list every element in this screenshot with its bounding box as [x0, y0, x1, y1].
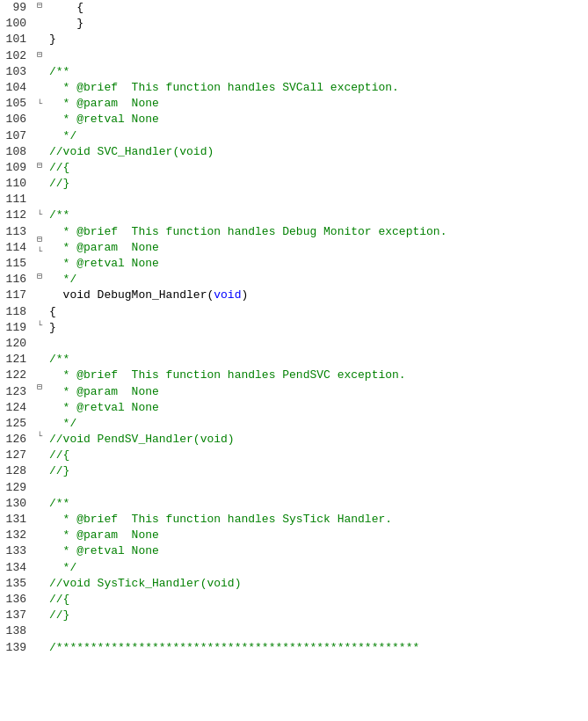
- code-line: * @brief This function handles SysTick H…: [49, 512, 588, 528]
- code-line: */: [49, 416, 588, 432]
- code-line: }: [49, 320, 588, 336]
- fold-icon[interactable]: ⊟: [33, 234, 46, 246]
- code-line: //void PendSV_Handler(void): [49, 432, 588, 448]
- line-number: 132: [4, 528, 30, 543]
- code-line: * @param None: [49, 528, 588, 543]
- code-line: //}: [49, 608, 588, 623]
- line-number: 129: [4, 480, 30, 496]
- line-number: 112: [4, 208, 30, 223]
- code-line: [49, 192, 588, 208]
- fold-icon: [33, 123, 46, 135]
- code-line: * @retval None: [49, 256, 588, 272]
- line-number: 135: [4, 576, 30, 592]
- fold-icon: [33, 406, 46, 419]
- code-line: * @param None: [49, 240, 588, 256]
- code-line: //}: [49, 176, 588, 192]
- fold-icon[interactable]: └: [33, 246, 46, 259]
- code-line: */: [49, 272, 588, 288]
- line-number: 102: [4, 48, 30, 64]
- fold-icon[interactable]: └: [33, 320, 46, 332]
- code-line: [49, 480, 588, 496]
- code-editor: 9910010110210310410510610710810911011111…: [0, 0, 588, 721]
- line-number: 123: [4, 384, 30, 400]
- fold-icon[interactable]: ⊟: [33, 49, 46, 62]
- fold-icon: [33, 111, 46, 123]
- fold-icon: [33, 12, 46, 25]
- code-line: /**: [49, 208, 588, 223]
- code-line: {: [49, 0, 588, 16]
- fold-icon: [33, 419, 46, 431]
- code-line: //{: [49, 448, 588, 463]
- code-line: /**: [49, 352, 588, 368]
- fold-icon[interactable]: └: [33, 209, 46, 222]
- line-number: 114: [4, 240, 30, 256]
- code-line: //{: [49, 160, 588, 176]
- code-line: * @brief This function handles Debug Mon…: [49, 224, 588, 240]
- line-number: 99: [4, 0, 30, 16]
- fold-icon: [33, 185, 46, 197]
- line-number: 111: [4, 192, 30, 208]
- line-number: 108: [4, 144, 30, 160]
- fold-icon: [33, 480, 46, 492]
- fold-icon: [33, 197, 46, 209]
- fold-icon: [33, 295, 46, 308]
- line-number: 138: [4, 623, 30, 639]
- fold-icon: [33, 148, 46, 160]
- code-line: */: [49, 560, 588, 576]
- code-line: }: [49, 16, 588, 32]
- line-number: 119: [4, 320, 30, 336]
- fold-icon: [33, 135, 46, 148]
- fold-icon[interactable]: ⊟: [33, 382, 46, 394]
- code-line: */: [49, 128, 588, 144]
- fold-icon: [33, 357, 46, 369]
- fold-icon[interactable]: ⊟: [33, 160, 46, 172]
- code-line: /**: [49, 64, 588, 80]
- fold-icon: [33, 37, 46, 49]
- line-number: 128: [4, 463, 30, 479]
- fold-icon: [33, 492, 46, 505]
- fold-icon: [33, 345, 46, 357]
- fold-icon: [33, 308, 46, 320]
- line-number: 133: [4, 543, 30, 559]
- line-number: 106: [4, 112, 30, 127]
- line-number: 122: [4, 368, 30, 383]
- fold-icon: [33, 74, 46, 86]
- code-line: [49, 336, 588, 352]
- line-number: 124: [4, 400, 30, 416]
- line-number: 139: [4, 640, 30, 656]
- fold-icons-col: ⊟ ⊟ └ ⊟ └ ⊟└ ⊟ └ ⊟ └: [33, 0, 46, 721]
- fold-icon[interactable]: └: [33, 98, 46, 111]
- fold-icon: [33, 369, 46, 382]
- fold-icon[interactable]: ⊟: [33, 271, 46, 283]
- line-number: 120: [4, 336, 30, 352]
- code-line: [49, 48, 588, 64]
- fold-icon: [33, 394, 46, 406]
- line-number: 103: [4, 64, 30, 80]
- fold-icon[interactable]: └: [33, 431, 46, 443]
- code-line: * @param None: [49, 96, 588, 112]
- fold-icon: [33, 25, 46, 37]
- line-number: 125: [4, 416, 30, 432]
- code-line: {: [49, 304, 588, 320]
- code-line: /**: [49, 496, 588, 512]
- code-line: * @param None: [49, 384, 588, 400]
- line-number: 113: [4, 224, 30, 240]
- line-number: 127: [4, 448, 30, 463]
- code-content: { }} /** * @brief This function handles …: [46, 0, 588, 721]
- code-line: * @retval None: [49, 400, 588, 416]
- line-number: 121: [4, 352, 30, 368]
- line-number: 118: [4, 304, 30, 320]
- fold-icon: [33, 332, 46, 345]
- line-number: 109: [4, 160, 30, 176]
- line-number: 131: [4, 512, 30, 528]
- fold-icon: [33, 443, 46, 455]
- code-line: * @brief This function handles SVCall ex…: [49, 80, 588, 96]
- fold-icon: [33, 455, 46, 468]
- line-number: 117: [4, 288, 30, 303]
- code-line: void DebugMon_Handler(void): [49, 288, 588, 303]
- line-number: 104: [4, 80, 30, 96]
- fold-icon[interactable]: ⊟: [33, 0, 46, 12]
- line-number: 130: [4, 496, 30, 512]
- code-line: //void SysTick_Handler(void): [49, 576, 588, 592]
- code-line: //}: [49, 463, 588, 479]
